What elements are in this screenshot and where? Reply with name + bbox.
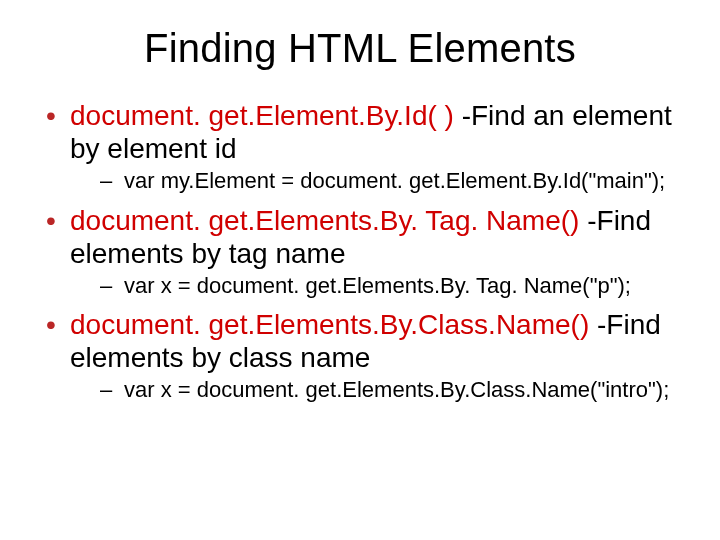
slide: Finding HTML Elements document. get.Elem… (0, 0, 720, 540)
bullet-item-3: document. get.Elements.By.Class.Name() -… (40, 308, 680, 405)
bullet-list: document. get.Element.By.Id( ) -Find an … (40, 99, 680, 405)
sub-list-1: var my.Element = document. get.Element.B… (70, 167, 680, 196)
example-1: var my.Element = document. get.Element.B… (70, 167, 680, 196)
example-3: var x = document. get.Elements.By.Class.… (70, 376, 680, 405)
bullet-item-2: document. get.Elements.By. Tag. Name() -… (40, 204, 680, 301)
sub-list-2: var x = document. get.Elements.By. Tag. … (70, 272, 680, 301)
slide-title: Finding HTML Elements (40, 26, 680, 71)
method-name-2: document. get.Elements.By. Tag. Name() (70, 205, 579, 236)
bullet-item-1: document. get.Element.By.Id( ) -Find an … (40, 99, 680, 196)
sub-list-3: var x = document. get.Elements.By.Class.… (70, 376, 680, 405)
method-name-3: document. get.Elements.By.Class.Name() (70, 309, 589, 340)
example-2: var x = document. get.Elements.By. Tag. … (70, 272, 680, 301)
method-name-1: document. get.Element.By.Id( ) (70, 100, 454, 131)
